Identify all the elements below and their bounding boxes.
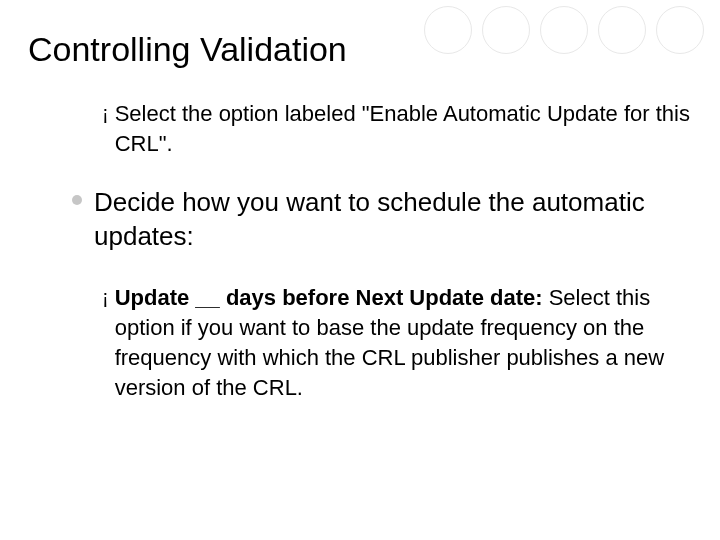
- bullet-1-text: Decide how you want to schedule the auto…: [94, 185, 692, 253]
- slide-body: Controlling Validation ¡ Select the opti…: [0, 0, 720, 403]
- deco-circle: [540, 6, 588, 54]
- bullet-1-lead: Decide: [94, 187, 175, 217]
- bullet-1-rest: how you want to schedule the automatic u…: [94, 187, 645, 251]
- sub-bullet-1-text: Select the option labeled "Enable Automa…: [115, 99, 692, 159]
- sub-bullet-2: ¡ Update __ days before Next Update date…: [102, 283, 692, 403]
- disc-bullet-icon: [72, 195, 82, 205]
- sub-bullet-2-text: Update __ days before Next Update date: …: [115, 283, 692, 403]
- decorative-circles: [424, 6, 704, 54]
- deco-circle: [598, 6, 646, 54]
- deco-circle: [482, 6, 530, 54]
- deco-circle: [424, 6, 472, 54]
- sub-bullet-1-rest: the option labeled "Enable Automatic Upd…: [115, 101, 690, 156]
- sub-bullet-2-bold: Update __ days before Next Update date:: [115, 285, 543, 310]
- deco-circle: [656, 6, 704, 54]
- hollow-bullet-icon: ¡: [102, 99, 109, 127]
- hollow-bullet-icon: ¡: [102, 283, 109, 311]
- sub-bullet-1: ¡ Select the option labeled "Enable Auto…: [102, 99, 692, 159]
- bullet-1: Decide how you want to schedule the auto…: [72, 185, 692, 253]
- sub-bullet-1-lead: Select: [115, 101, 176, 126]
